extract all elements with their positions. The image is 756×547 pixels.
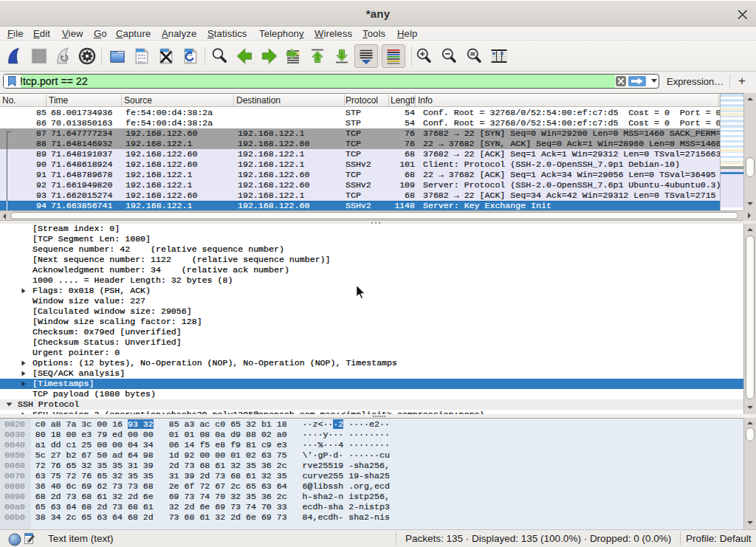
svg-text:0011: 0011 bbox=[138, 60, 146, 63]
